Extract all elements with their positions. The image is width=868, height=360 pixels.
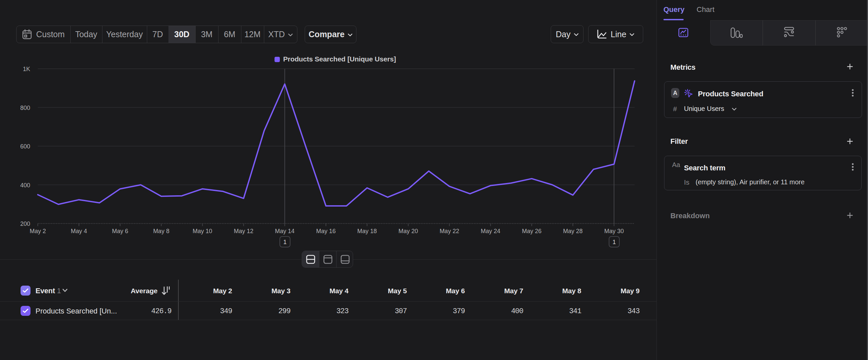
svg-text:1K: 1K [23, 66, 30, 73]
svg-text:May 6: May 6 [112, 228, 128, 234]
svg-text:1: 1 [283, 239, 286, 245]
svg-text:May 22: May 22 [440, 228, 459, 234]
svg-text:May 28: May 28 [563, 228, 583, 234]
svg-text:May 4: May 4 [71, 228, 87, 234]
svg-text:200: 200 [20, 221, 30, 227]
svg-text:May 24: May 24 [481, 228, 500, 234]
svg-text:May 16: May 16 [316, 228, 336, 234]
svg-text:1: 1 [612, 239, 616, 245]
svg-text:May 30: May 30 [604, 228, 624, 234]
svg-text:600: 600 [20, 143, 30, 150]
svg-text:May 8: May 8 [153, 228, 169, 234]
svg-text:May 2: May 2 [30, 228, 46, 234]
svg-text:May 12: May 12 [234, 228, 253, 234]
svg-text:May 18: May 18 [358, 228, 377, 234]
svg-text:800: 800 [20, 105, 30, 111]
svg-text:400: 400 [20, 182, 30, 189]
svg-text:May 26: May 26 [522, 228, 541, 234]
svg-text:May 10: May 10 [193, 228, 212, 234]
svg-text:May 20: May 20 [399, 228, 418, 234]
svg-text:May 14: May 14 [275, 228, 294, 234]
